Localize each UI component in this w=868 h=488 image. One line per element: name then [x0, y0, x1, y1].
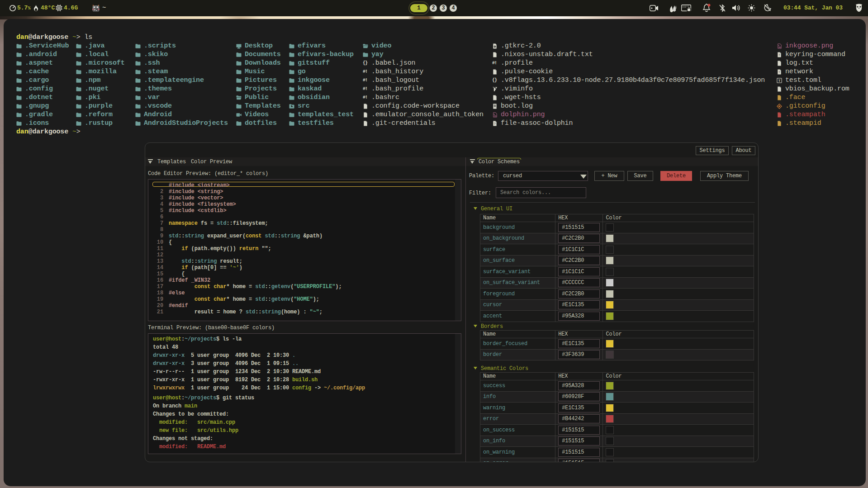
svg-text:?: ?: [494, 122, 496, 125]
svg-text:?: ?: [778, 53, 780, 57]
svg-text:T: T: [778, 79, 781, 83]
svg-text:?: ?: [778, 71, 780, 74]
